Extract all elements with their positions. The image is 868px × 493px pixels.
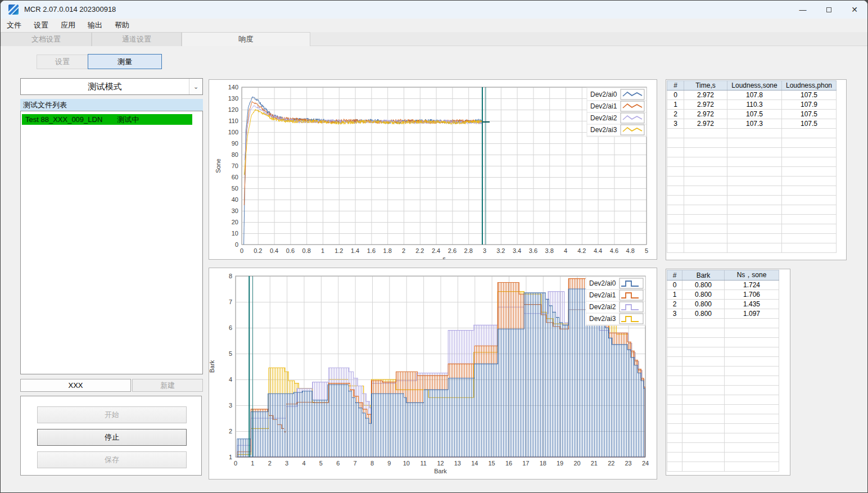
file-list-header: 测试文件列表: [20, 99, 203, 111]
table-cell: [782, 224, 837, 234]
table-row-empty[interactable]: [667, 205, 837, 215]
close-button[interactable]: ✕: [842, 1, 867, 19]
loudness-table: #Time,sLoudness,soneLoudness,phon02.9721…: [667, 80, 837, 253]
svg-text:11: 11: [420, 460, 426, 467]
table-cell: 0.800: [682, 281, 725, 290]
table-row-empty[interactable]: [667, 328, 779, 338]
table-row[interactable]: 20.8001.435: [667, 300, 779, 309]
table-row-empty[interactable]: [667, 453, 779, 462]
table-row-empty[interactable]: [667, 357, 779, 367]
table-row-empty[interactable]: [667, 129, 837, 138]
table-cell: [782, 196, 837, 205]
column-header[interactable]: Loudness,phon: [782, 81, 837, 91]
column-header[interactable]: Loudness,sone: [727, 81, 782, 91]
column-header[interactable]: Ns，sone: [725, 270, 779, 281]
table-row-empty[interactable]: [667, 215, 837, 224]
table-cell: [667, 405, 682, 414]
table-row-empty[interactable]: [667, 367, 779, 376]
start-button[interactable]: 开始: [37, 406, 187, 423]
table-row-empty[interactable]: [667, 443, 779, 453]
table-row-empty[interactable]: [667, 224, 837, 234]
table-row-empty[interactable]: [667, 148, 837, 157]
column-header[interactable]: #: [667, 270, 682, 281]
table-cell: 2.972: [684, 91, 727, 100]
minimize-button[interactable]: —: [790, 1, 816, 19]
column-header[interactable]: Time,s: [684, 81, 727, 91]
table-cell: 110.3: [727, 100, 782, 110]
svg-text:Dev2/ai0: Dev2/ai0: [590, 91, 617, 98]
table-cell: 0: [667, 281, 682, 290]
table-cell: [725, 453, 779, 462]
svg-text:16: 16: [505, 460, 512, 467]
table-row[interactable]: 30.8001.097: [667, 309, 779, 319]
menu-file[interactable]: 文件: [1, 19, 28, 32]
table-header-row: #Time,sLoudness,soneLoudness,phon: [667, 81, 837, 91]
table-cell: 107.5: [727, 110, 782, 119]
tab-channel-settings[interactable]: 通道设置: [92, 32, 182, 46]
table-row-empty[interactable]: [667, 347, 779, 357]
table-row[interactable]: 00.8001.724: [667, 281, 779, 290]
table-row[interactable]: 12.972110.3107.9: [667, 100, 837, 110]
table-row[interactable]: 02.972107.8107.5: [667, 91, 837, 100]
table-cell: 2.972: [684, 110, 727, 119]
xxx-button[interactable]: XXX: [20, 379, 131, 392]
table-row-empty[interactable]: [667, 405, 779, 414]
table-cell: 107.8: [727, 91, 782, 100]
table-row-empty[interactable]: [667, 196, 837, 205]
table-row-empty[interactable]: [667, 414, 779, 424]
table-row-empty[interactable]: [667, 157, 837, 167]
table-row-empty[interactable]: [667, 433, 779, 443]
column-header[interactable]: #: [667, 81, 684, 91]
svg-text:23: 23: [625, 460, 632, 467]
table-row-empty[interactable]: [667, 234, 837, 243]
table-row[interactable]: 32.972107.3107.5: [667, 119, 837, 129]
subtab-settings-button[interactable]: 设置: [37, 55, 88, 69]
test-file-item[interactable]: Test 88_XXX_009_LDN测试中: [22, 114, 192, 125]
table-row-empty[interactable]: [667, 186, 837, 196]
svg-text:2.6: 2.6: [448, 247, 456, 254]
menu-help[interactable]: 帮助: [108, 19, 135, 32]
bark-table-panel: #BarkNs，sone00.8001.72410.8001.70620.800…: [666, 269, 790, 476]
legend: Dev2/ai0Dev2/ai1Dev2/ai2Dev2/ai3: [587, 88, 647, 137]
table-row-empty[interactable]: [667, 395, 779, 405]
table-row[interactable]: 22.972107.5107.5: [667, 110, 837, 119]
subtab-measure-button[interactable]: 测量: [88, 54, 162, 69]
table-row-empty[interactable]: [667, 424, 779, 433]
tab-loudness[interactable]: 响度: [182, 32, 310, 46]
svg-text:7: 7: [354, 460, 357, 467]
save-button[interactable]: 保存: [37, 451, 187, 468]
x-axis-label: s: [442, 255, 446, 259]
loudness-time-chart[interactable]: 00.20.40.60.811.21.41.61.822.22.42.62.83…: [209, 79, 657, 260]
tab-document-settings[interactable]: 文档设置: [1, 32, 92, 46]
table-row-empty[interactable]: [667, 167, 837, 177]
table-cell: [725, 405, 779, 414]
table-row-empty[interactable]: [667, 138, 837, 148]
column-header[interactable]: Bark: [682, 270, 725, 281]
table-cell: 107.3: [727, 119, 782, 129]
menu-settings[interactable]: 设置: [28, 19, 55, 32]
table-row-empty[interactable]: [667, 386, 779, 395]
specific-loudness-chart[interactable]: 0123456789101112131415161718192021222324…: [209, 268, 657, 480]
new-button[interactable]: 新建: [132, 379, 203, 392]
menu-apply[interactable]: 应用: [55, 19, 82, 32]
test-file-list[interactable]: Test 88_XXX_009_LDN测试中: [20, 111, 203, 374]
table-row-empty[interactable]: [667, 243, 837, 253]
table-cell: [667, 453, 682, 462]
table-row-empty[interactable]: [667, 319, 779, 328]
table-row-empty[interactable]: [667, 338, 779, 347]
table-row-empty[interactable]: [667, 376, 779, 386]
table-cell: [727, 224, 782, 234]
table-cell: 1: [667, 100, 684, 110]
table-cell: 3: [667, 119, 684, 129]
svg-text:Dev2/ai0: Dev2/ai0: [589, 279, 616, 287]
table-row[interactable]: 10.8001.706: [667, 290, 779, 300]
table-cell: [682, 338, 725, 347]
stop-button[interactable]: 停止: [37, 429, 187, 446]
menu-output[interactable]: 输出: [82, 19, 108, 32]
test-mode-select[interactable]: 测试模式 ⌄: [20, 78, 203, 95]
table-cell: [725, 328, 779, 338]
maximize-button[interactable]: [816, 1, 842, 19]
table-row-empty[interactable]: [667, 462, 779, 472]
chevron-down-icon[interactable]: ⌄: [189, 79, 202, 94]
table-row-empty[interactable]: [667, 177, 837, 186]
